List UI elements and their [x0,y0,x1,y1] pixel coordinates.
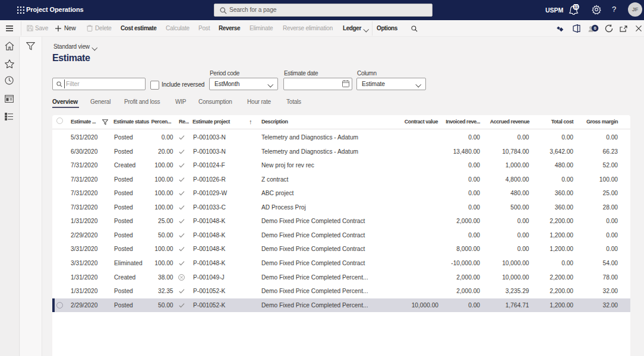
svg-text:0: 0 [594,26,596,31]
svg-text:11: 11 [574,5,579,9]
